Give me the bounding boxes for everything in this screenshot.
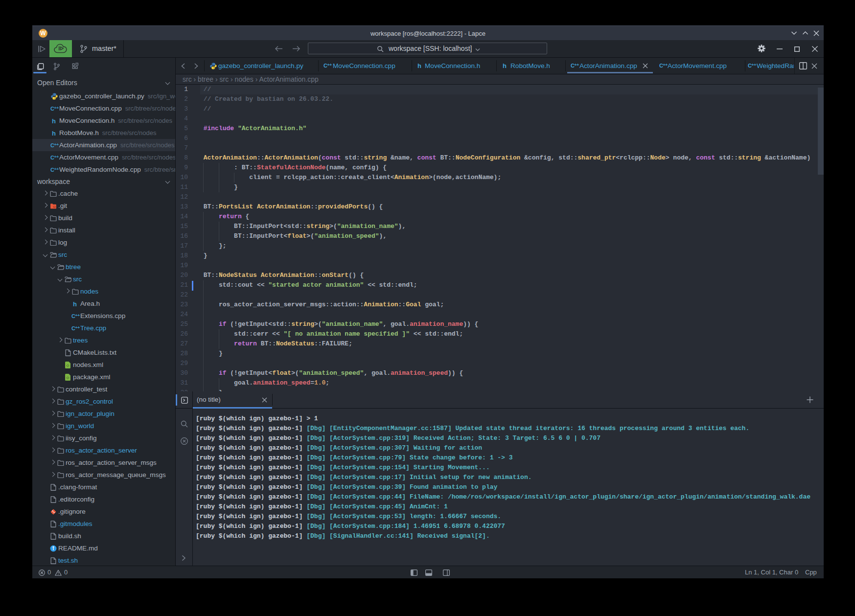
svg-text:◇: ◇ bbox=[67, 376, 69, 379]
svg-text:◇: ◇ bbox=[67, 364, 69, 367]
